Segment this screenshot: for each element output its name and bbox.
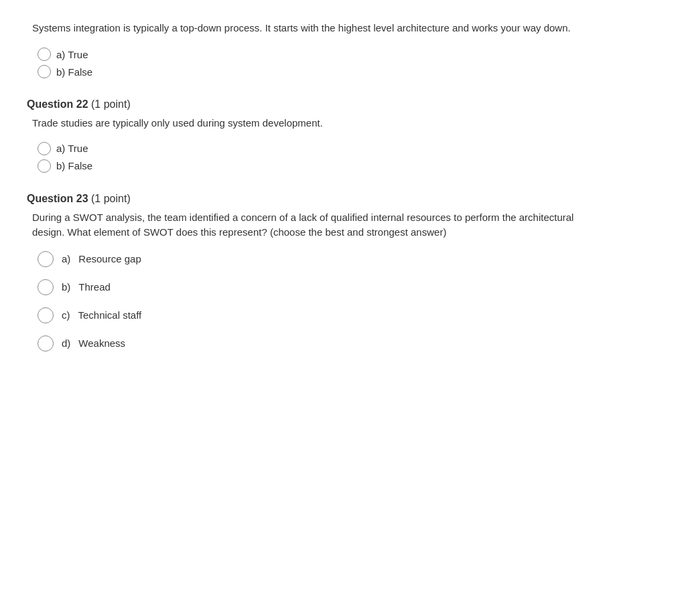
q21-options: a) True b) False [38, 48, 576, 78]
radio-q21-b[interactable] [38, 65, 51, 78]
question-23-text: During a SWOT analysis, the team identif… [32, 210, 576, 240]
q22-option-a-label: a) True [56, 143, 88, 154]
q23-option-c-value: Technical staff [78, 309, 142, 321]
q22-option-b[interactable]: b) False [38, 159, 576, 173]
q22-options: a) True b) False [38, 142, 576, 173]
q23-options: a) Resource gap b) Thread c) Technical s… [38, 251, 576, 352]
q23-option-b[interactable]: b) Thread [38, 279, 576, 295]
q21-option-b[interactable]: b) False [38, 65, 576, 78]
q23-option-d[interactable]: d) Weakness [38, 335, 576, 352]
q21-option-a[interactable]: a) True [38, 48, 576, 61]
q23-option-b-prefix: b) [62, 281, 70, 293]
question-22-block: Question 22 (1 point) Trade studies are … [27, 98, 576, 173]
question-23-label: Question 23 [27, 193, 88, 204]
question-22-text: Trade studies are typically only used du… [32, 116, 576, 131]
q23-option-d-prefix: d) [62, 337, 70, 349]
question-22-header: Question 22 (1 point) [27, 98, 576, 110]
q23-option-b-value: Thread [78, 281, 111, 293]
q23-option-a[interactable]: a) Resource gap [38, 251, 576, 267]
radio-q23-c[interactable] [38, 307, 54, 323]
question-23-points: (1 point) [88, 193, 131, 204]
radio-q23-a[interactable] [38, 251, 54, 267]
question-23-block: Question 23 (1 point) During a SWOT anal… [27, 193, 576, 352]
q23-option-c[interactable]: c) Technical staff [38, 307, 576, 323]
intro-text: Systems integration is typically a top-d… [32, 20, 576, 35]
radio-q23-d[interactable] [38, 335, 54, 352]
intro-block: Systems integration is typically a top-d… [27, 20, 576, 78]
q22-option-b-label: b) False [56, 160, 92, 171]
q23-option-c-prefix: c) [62, 309, 70, 321]
q23-option-a-value: Resource gap [78, 253, 141, 264]
radio-q22-a[interactable] [38, 142, 51, 155]
q21-option-a-label: a) True [56, 49, 88, 60]
q21-option-b-label: b) False [56, 66, 92, 78]
radio-q21-a[interactable] [38, 48, 51, 61]
q23-option-d-value: Weakness [78, 337, 125, 349]
question-22-label: Question 22 [27, 98, 88, 110]
question-22-points: (1 point) [88, 98, 131, 110]
radio-q23-b[interactable] [38, 279, 54, 295]
question-23-header: Question 23 (1 point) [27, 193, 576, 205]
q22-option-a[interactable]: a) True [38, 142, 576, 155]
q23-option-a-prefix: a) [62, 253, 70, 264]
radio-q22-b[interactable] [38, 159, 51, 173]
